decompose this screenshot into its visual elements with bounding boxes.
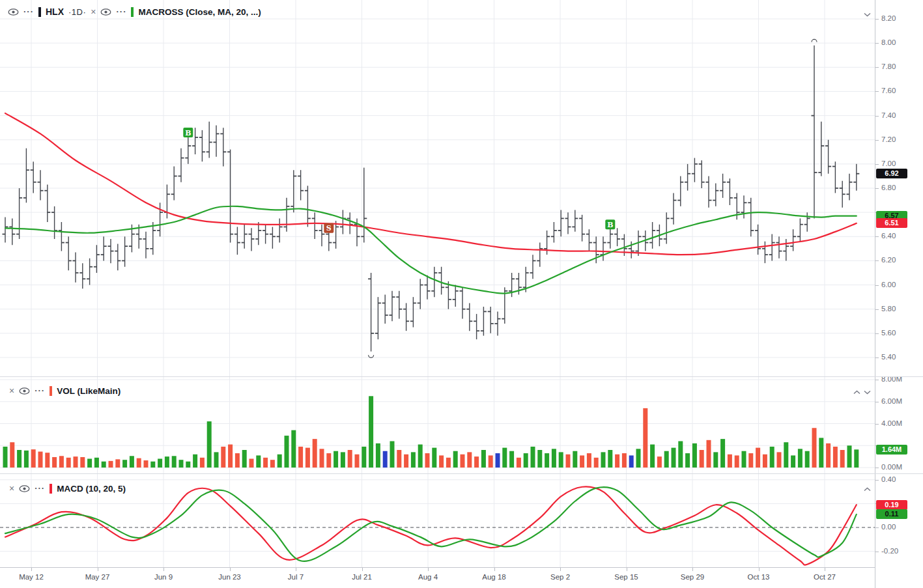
eye-icon[interactable] [8, 8, 19, 16]
clipped-low-icon [369, 355, 374, 357]
volume-bar [115, 459, 120, 468]
volume-bar [214, 452, 219, 468]
time-tick-label: Oct 13 [748, 573, 770, 581]
volume-bar [840, 450, 845, 468]
volume-bar [320, 449, 324, 468]
time-tick-label: Aug 18 [482, 573, 505, 581]
volume-bar [481, 450, 486, 468]
volume-bar [453, 451, 458, 468]
volume-bar [404, 455, 408, 468]
interval-label[interactable]: ·1D· [68, 7, 86, 17]
more-options-icon[interactable]: ··· [35, 485, 45, 492]
volume-bar [348, 450, 352, 468]
series-color-bar [38, 7, 41, 17]
volume-bar [643, 408, 647, 468]
volume-panel[interactable] [0, 376, 875, 473]
close-icon[interactable]: × [9, 484, 14, 493]
volume-bar [763, 455, 767, 468]
volume-bar [270, 460, 275, 468]
axis-tick-mark [875, 552, 879, 552]
volume-bar [122, 460, 127, 468]
time-axis[interactable]: May 12May 27Jun 9Jun 23Jul 7Jul 21Aug 4A… [0, 567, 875, 588]
volume-bar [130, 456, 134, 468]
chevron-up-icon[interactable] [853, 385, 860, 397]
volume-bar [784, 442, 788, 468]
price-tick-label: 5.40 [881, 353, 896, 361]
price-tick-label: -0.20 [881, 547, 898, 555]
buy-marker[interactable]: B [605, 219, 615, 229]
macd-legend: × ··· MACD (10, 20, 5) [9, 482, 126, 495]
price-axis[interactable]: 8.208.007.807.607.407.207.006.806.406.20… [875, 0, 923, 588]
volume-bar [66, 458, 71, 468]
more-options-icon[interactable]: ··· [35, 387, 45, 394]
symbol-title[interactable]: HLX [46, 7, 64, 17]
volume-bar [383, 451, 388, 468]
volume-bar [678, 441, 683, 468]
volume-bar [496, 453, 500, 468]
volume-bar [432, 448, 436, 468]
time-tick-label: Jun 9 [154, 573, 173, 581]
volume-bar [777, 452, 782, 468]
chevron-down-icon[interactable] [864, 385, 871, 397]
price-axis-badge: 6.92 [876, 169, 907, 178]
macd-line [5, 486, 857, 565]
volume-bar [552, 449, 556, 468]
time-tick-label: Jul 21 [352, 573, 372, 581]
volume-bar [17, 450, 21, 468]
volume-bar [207, 421, 212, 468]
volume-bar [524, 453, 528, 468]
volume-bar [137, 458, 141, 468]
chevron-down-icon[interactable] [864, 8, 871, 20]
price-tick-label: 0.40 [881, 475, 896, 483]
volume-bar [418, 445, 423, 468]
volume-bar [728, 455, 732, 468]
more-options-icon[interactable]: ··· [23, 8, 34, 15]
axis-tick-mark [875, 19, 879, 20]
macd-chart-canvas[interactable] [0, 473, 875, 567]
volume-bar [685, 453, 690, 468]
volume-bar [650, 445, 655, 468]
volume-bar [826, 443, 831, 468]
macd-panel[interactable] [0, 473, 875, 567]
buy-marker[interactable]: B [183, 128, 193, 137]
price-tick-label: 5.80 [881, 305, 896, 313]
eye-icon[interactable] [19, 485, 30, 492]
volume-bar [3, 447, 8, 468]
close-icon[interactable]: × [9, 386, 14, 395]
volume-legend: × ··· VOL (LikeMain) [9, 384, 121, 397]
panel-separator[interactable] [0, 473, 923, 474]
macd-title[interactable]: MACD (10, 20, 5) [57, 484, 126, 494]
indicator-title[interactable]: MACROSS (Close, MA, 20, ...) [138, 7, 261, 17]
volume-bar [748, 453, 753, 468]
price-chart-canvas[interactable]: BSB [0, 0, 875, 376]
volume-bar [833, 447, 838, 468]
axis-tick-mark [31, 568, 32, 571]
time-tick-label: Jul 7 [288, 573, 304, 581]
volume-bar [59, 456, 64, 468]
volume-bar [80, 457, 85, 468]
volume-bar [334, 451, 338, 468]
volume-bar [622, 453, 627, 468]
volume-bar [38, 452, 43, 468]
panel-separator[interactable] [0, 376, 923, 377]
volume-bar [580, 455, 584, 468]
ma-slow-line [5, 113, 857, 255]
eye-icon[interactable] [100, 8, 111, 16]
volume-bar [94, 458, 99, 468]
volume-chart-canvas[interactable] [0, 376, 875, 473]
volume-bar [692, 443, 697, 468]
volume-bar [425, 453, 430, 468]
sell-marker[interactable]: S [324, 223, 334, 233]
axis-tick-mark [875, 43, 879, 44]
volume-bar [531, 447, 535, 468]
main-price-panel[interactable]: BSB [0, 0, 875, 376]
eye-icon[interactable] [19, 387, 30, 395]
more-options-icon[interactable]: ··· [116, 8, 126, 15]
volume-title[interactable]: VOL (LikeMain) [57, 386, 121, 396]
volume-bar [474, 456, 479, 468]
chevron-up-icon[interactable] [864, 483, 871, 494]
close-icon[interactable]: × [91, 7, 96, 16]
trading-chart-app: { "header": { "symbol": "HLX", "interval… [0, 0, 923, 588]
axis-tick-mark [875, 140, 879, 141]
volume-bar [249, 459, 254, 468]
